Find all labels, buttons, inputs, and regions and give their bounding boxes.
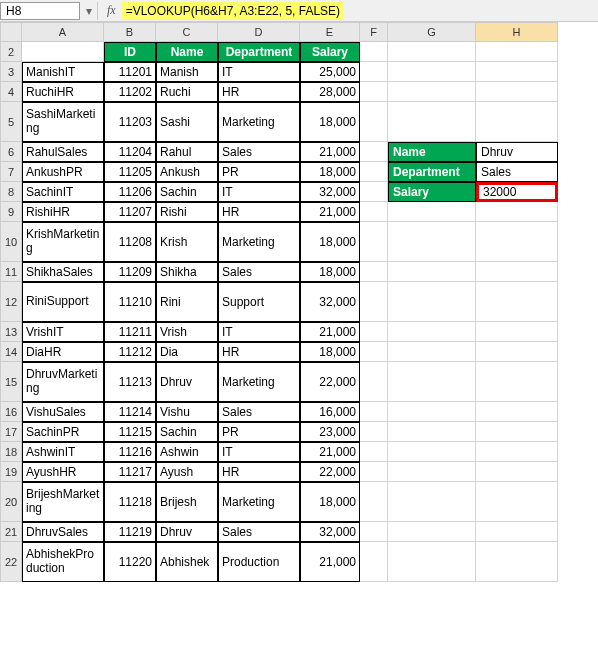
col-header-C[interactable]: C — [156, 22, 218, 42]
cell-blank[interactable] — [476, 402, 558, 422]
cell-blank[interactable] — [360, 142, 388, 162]
row-header[interactable]: 7 — [0, 162, 22, 182]
cell-blank[interactable] — [360, 262, 388, 282]
cell-blank[interactable] — [360, 442, 388, 462]
cell-blank[interactable] — [388, 522, 476, 542]
cell-salary[interactable]: 18,000 — [300, 482, 360, 522]
cell-dept[interactable]: Sales — [218, 142, 300, 162]
cell-key[interactable]: DhruvSales — [22, 522, 104, 542]
cell-salary[interactable]: 32,000 — [300, 282, 360, 322]
cell-dept[interactable]: IT — [218, 322, 300, 342]
cell-blank[interactable] — [360, 482, 388, 522]
cell-id[interactable]: 11208 — [104, 222, 156, 262]
formula-input[interactable]: =VLOOKUP(H6&H7, A3:E22, 5, FALSE) — [122, 2, 344, 20]
cell-salary[interactable]: 21,000 — [300, 142, 360, 162]
row-header[interactable]: 13 — [0, 322, 22, 342]
cell-dept[interactable]: Sales — [218, 402, 300, 422]
cell-blank[interactable] — [360, 202, 388, 222]
col-header-G[interactable]: G — [388, 22, 476, 42]
cell-dept[interactable]: IT — [218, 182, 300, 202]
name-box-dropdown-icon[interactable]: ▾ — [84, 4, 94, 18]
row-header[interactable]: 5 — [0, 102, 22, 142]
cell-blank[interactable] — [388, 422, 476, 442]
cell-blank[interactable] — [360, 362, 388, 402]
lookup-name-value[interactable]: Dhruv — [476, 142, 558, 162]
cell-blank[interactable] — [388, 442, 476, 462]
cell-key[interactable]: KrishMarketing — [22, 222, 104, 262]
cell-key[interactable]: DiaHR — [22, 342, 104, 362]
cell-blank[interactable] — [476, 442, 558, 462]
cell-dept[interactable]: HR — [218, 82, 300, 102]
lookup-salary-value[interactable]: 32000 — [476, 182, 558, 202]
cell-name[interactable]: Dia — [156, 342, 218, 362]
row-header[interactable]: 10 — [0, 222, 22, 262]
cell-id[interactable]: 11213 — [104, 362, 156, 402]
col-header-A[interactable]: A — [22, 22, 104, 42]
cell-dept[interactable]: Marketing — [218, 482, 300, 522]
cell-key[interactable]: ManishIT — [22, 62, 104, 82]
cell-blank[interactable] — [388, 542, 476, 582]
cell-id[interactable]: 11207 — [104, 202, 156, 222]
cell-id[interactable]: 11217 — [104, 462, 156, 482]
fx-icon[interactable]: fx — [107, 3, 116, 18]
cell-blank[interactable] — [360, 542, 388, 582]
cell-blank[interactable] — [476, 542, 558, 582]
cell-blank[interactable] — [360, 182, 388, 202]
row-header[interactable]: 22 — [0, 542, 22, 582]
cell-blank[interactable] — [388, 322, 476, 342]
cell-id[interactable]: 11215 — [104, 422, 156, 442]
name-box[interactable]: H8 — [0, 2, 80, 20]
cell-blank[interactable] — [360, 222, 388, 262]
col-header-D[interactable]: D — [218, 22, 300, 42]
cell-id[interactable]: 11220 — [104, 542, 156, 582]
cell-dept[interactable]: PR — [218, 422, 300, 442]
cell-key[interactable]: AbhishekProduction — [22, 542, 104, 582]
cell-blank[interactable] — [388, 62, 476, 82]
cell-blank[interactable] — [360, 82, 388, 102]
cell-salary[interactable]: 28,000 — [300, 82, 360, 102]
cell-salary[interactable]: 23,000 — [300, 422, 360, 442]
cell-blank[interactable] — [360, 422, 388, 442]
cell-name[interactable]: Sashi — [156, 102, 218, 142]
cell-blank[interactable] — [476, 282, 558, 322]
cell-dept[interactable]: Sales — [218, 262, 300, 282]
cell-blank[interactable] — [476, 462, 558, 482]
cell-blank[interactable] — [388, 82, 476, 102]
cell-name[interactable]: Shikha — [156, 262, 218, 282]
cell-id[interactable]: 11206 — [104, 182, 156, 202]
cell-id[interactable]: 11216 — [104, 442, 156, 462]
cell-dept[interactable]: Marketing — [218, 362, 300, 402]
row-header[interactable]: 12 — [0, 282, 22, 322]
cell-id[interactable]: 11201 — [104, 62, 156, 82]
cell-dept[interactable]: IT — [218, 442, 300, 462]
cell-name[interactable]: Dhruv — [156, 522, 218, 542]
cell-F2[interactable] — [360, 42, 388, 62]
cell-dept[interactable]: IT — [218, 62, 300, 82]
row-header[interactable]: 9 — [0, 202, 22, 222]
cell-salary[interactable]: 22,000 — [300, 362, 360, 402]
cell-key[interactable]: SachinPR — [22, 422, 104, 442]
cell-blank[interactable] — [476, 422, 558, 442]
cell-key[interactable]: SashiMarketing — [22, 102, 104, 142]
cell-id[interactable]: 11209 — [104, 262, 156, 282]
header-salary[interactable]: Salary — [300, 42, 360, 62]
cell-key[interactable]: SachinIT — [22, 182, 104, 202]
cell-salary[interactable]: 21,000 — [300, 442, 360, 462]
cell-blank[interactable] — [360, 62, 388, 82]
row-header[interactable]: 21 — [0, 522, 22, 542]
cell-id[interactable]: 11212 — [104, 342, 156, 362]
cell-salary[interactable]: 21,000 — [300, 202, 360, 222]
header-dept[interactable]: Department — [218, 42, 300, 62]
cell-name[interactable]: Rini — [156, 282, 218, 322]
cell-name[interactable]: Ayush — [156, 462, 218, 482]
cell-blank[interactable] — [360, 322, 388, 342]
row-header[interactable]: 16 — [0, 402, 22, 422]
cell-blank[interactable] — [360, 402, 388, 422]
cell-dept[interactable]: HR — [218, 202, 300, 222]
cell-blank[interactable] — [476, 342, 558, 362]
cell-key[interactable]: AnkushPR — [22, 162, 104, 182]
cell-name[interactable]: Ankush — [156, 162, 218, 182]
cell-dept[interactable]: Production — [218, 542, 300, 582]
cell-key[interactable]: AyushHR — [22, 462, 104, 482]
row-header[interactable]: 18 — [0, 442, 22, 462]
